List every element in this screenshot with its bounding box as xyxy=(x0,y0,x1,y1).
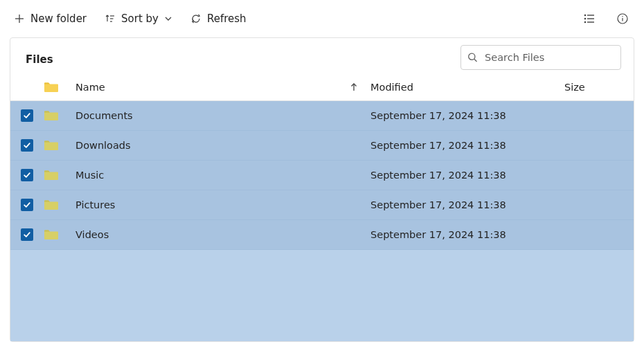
panel-title: Files xyxy=(26,49,53,66)
column-name-label: Name xyxy=(74,82,105,93)
row-icon-cell xyxy=(44,199,74,211)
svg-point-6 xyxy=(584,18,585,19)
row-checkbox-cell xyxy=(10,228,44,241)
row-checkbox-cell xyxy=(10,199,44,211)
refresh-icon xyxy=(190,13,202,24)
toolbar: New folder Sort by xyxy=(0,0,644,37)
row-checkbox[interactable] xyxy=(21,228,33,241)
column-modified-label: Modified xyxy=(370,82,413,93)
row-checkbox[interactable] xyxy=(21,109,33,122)
list-icon xyxy=(583,12,596,25)
search-wrap xyxy=(460,45,621,70)
files-panel: Files Name xyxy=(10,37,634,342)
sort-asc-icon xyxy=(350,82,358,92)
info-icon xyxy=(616,12,629,25)
col-icon-header xyxy=(44,81,74,93)
new-folder-label: New folder xyxy=(30,12,87,25)
sort-by-label: Sort by xyxy=(121,12,159,25)
row-checkbox[interactable] xyxy=(21,199,33,211)
row-name: Pictures xyxy=(74,199,370,210)
chevron-down-icon xyxy=(164,15,172,23)
new-folder-button[interactable]: New folder xyxy=(12,10,88,28)
row-modified: September 17, 2024 11:38 xyxy=(370,140,564,151)
row-modified: September 17, 2024 11:38 xyxy=(370,229,564,240)
row-name: Videos xyxy=(74,229,370,240)
column-size-label: Size xyxy=(564,82,585,93)
row-modified: September 17, 2024 11:38 xyxy=(370,110,564,121)
folder-icon xyxy=(44,199,59,211)
table-row[interactable]: Videos September 17, 2024 11:38 xyxy=(10,220,634,250)
search-input[interactable] xyxy=(460,45,621,70)
row-modified: September 17, 2024 11:38 xyxy=(370,170,564,181)
svg-point-7 xyxy=(584,21,585,22)
row-checkbox[interactable] xyxy=(21,169,33,181)
row-name: Music xyxy=(74,170,370,181)
folder-icon xyxy=(44,81,59,93)
folder-icon xyxy=(44,169,59,181)
row-icon-cell xyxy=(44,109,74,122)
sort-by-button[interactable]: Sort by xyxy=(103,10,174,28)
view-list-button[interactable] xyxy=(580,10,598,28)
column-size-header[interactable]: Size xyxy=(564,82,634,93)
svg-point-5 xyxy=(584,15,585,15)
folder-icon xyxy=(44,109,59,122)
sort-icon xyxy=(105,13,116,24)
column-modified-header[interactable]: Modified xyxy=(370,82,564,93)
refresh-label: Refresh xyxy=(207,12,247,25)
column-name-header[interactable]: Name xyxy=(74,82,370,93)
plus-icon xyxy=(14,13,25,24)
table-row[interactable]: Downloads September 17, 2024 11:38 xyxy=(10,131,634,161)
row-name: Documents xyxy=(74,110,370,121)
row-checkbox-cell xyxy=(10,109,44,122)
table-row[interactable]: Pictures September 17, 2024 11:38 xyxy=(10,190,634,220)
row-name: Downloads xyxy=(74,140,370,151)
row-icon-cell xyxy=(44,139,74,152)
info-button[interactable] xyxy=(614,10,632,28)
file-rows-region[interactable]: Documents September 17, 2024 11:38 Downl… xyxy=(10,101,634,341)
panel-header: Files xyxy=(10,38,634,74)
row-icon-cell xyxy=(44,169,74,181)
table-row[interactable]: Music September 17, 2024 11:38 xyxy=(10,161,634,190)
refresh-button[interactable]: Refresh xyxy=(189,10,248,28)
svg-point-12 xyxy=(622,16,623,17)
row-checkbox-cell xyxy=(10,139,44,152)
columns-header: Name Modified Size xyxy=(10,74,634,101)
folder-icon xyxy=(44,139,59,152)
table-row[interactable]: Documents September 17, 2024 11:38 xyxy=(10,101,634,131)
row-checkbox[interactable] xyxy=(21,139,33,152)
row-checkbox-cell xyxy=(10,169,44,181)
row-modified: September 17, 2024 11:38 xyxy=(370,199,564,210)
row-icon-cell xyxy=(44,228,74,241)
folder-icon xyxy=(44,228,59,241)
